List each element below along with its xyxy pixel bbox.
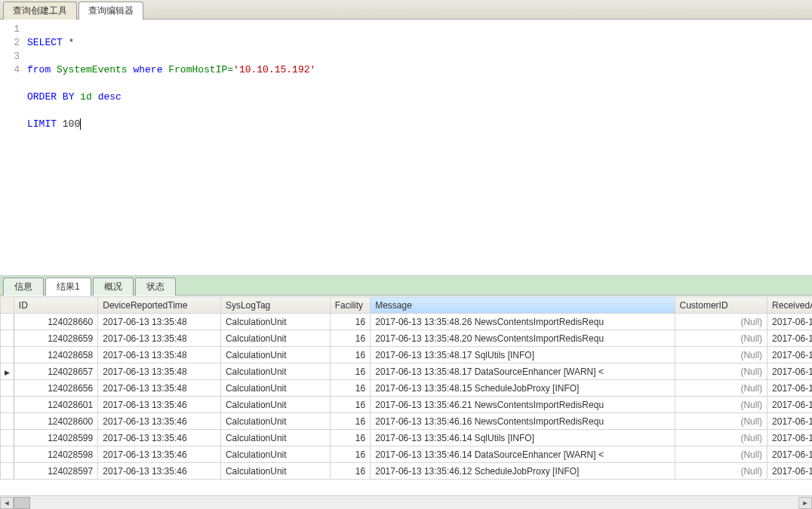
row-header[interactable] (1, 363, 14, 380)
table-row[interactable]: 1240286602017-06-13 13:35:48CalculationU… (1, 314, 813, 330)
cell-syslogtag[interactable]: CalculationUnit (220, 397, 330, 413)
cell-message[interactable]: 2017-06-13 13:35:48.17 SqlUtils [INFO] (371, 347, 675, 363)
cell-facility[interactable]: 16 (330, 446, 370, 463)
col-header-devicereportedtime[interactable]: DeviceReportedTime (98, 297, 221, 314)
table-row[interactable]: 1240286592017-06-13 13:35:48CalculationU… (1, 330, 813, 347)
cell-id[interactable]: 124028597 (14, 463, 97, 480)
cell-customerid[interactable]: (Null) (675, 363, 767, 380)
cell-devicereportedtime[interactable]: 2017-06-13 13:35:48 (98, 347, 221, 363)
cell-devicereportedtime[interactable]: 2017-06-13 13:35:46 (98, 463, 221, 480)
row-header[interactable] (1, 446, 14, 463)
col-header-customerid[interactable]: CustomerID (675, 297, 767, 314)
cell-id[interactable]: 124028601 (14, 397, 97, 413)
cell-facility[interactable]: 16 (330, 363, 370, 380)
cell-facility[interactable]: 16 (330, 413, 370, 430)
cell-message[interactable]: 2017-06-13 13:35:48.17 DataSourceEnhance… (371, 363, 675, 380)
cell-devicereportedtime[interactable]: 2017-06-13 13:35:48 (98, 330, 221, 347)
cell-facility[interactable]: 16 (330, 347, 370, 363)
cell-message[interactable]: 2017-06-13 13:35:48.15 ScheduleJobProxy … (371, 380, 675, 397)
col-header-syslogtag[interactable]: SysLogTag (220, 297, 330, 314)
cell-customerid[interactable]: (Null) (675, 330, 767, 347)
cell-devicereportedtime[interactable]: 2017-06-13 13:35:48 (98, 380, 221, 397)
cell-customerid[interactable]: (Null) (675, 446, 767, 463)
scroll-right-button[interactable]: ► (798, 497, 812, 509)
cell-devicereportedtime[interactable]: 2017-06-13 13:35:46 (98, 446, 221, 463)
cell-message[interactable]: 2017-06-13 13:35:46.14 DataSourceEnhance… (371, 446, 675, 463)
cell-customerid[interactable]: (Null) (675, 430, 767, 446)
cell-syslogtag[interactable]: CalculationUnit (220, 430, 330, 446)
cell-devicereportedtime[interactable]: 2017-06-13 13:35:46 (98, 413, 221, 430)
horizontal-scrollbar[interactable]: ◄ ► (0, 495, 812, 509)
row-header[interactable] (1, 413, 14, 430)
table-row[interactable]: 1240286572017-06-13 13:35:48CalculationU… (1, 363, 813, 380)
table-row[interactable]: 1240286002017-06-13 13:35:46CalculationU… (1, 413, 813, 430)
cell-facility[interactable]: 16 (330, 380, 370, 397)
scroll-track[interactable] (14, 497, 798, 509)
col-header-receivedat[interactable]: ReceivedAt (767, 297, 812, 314)
cell-message[interactable]: 2017-06-13 13:35:46.14 SqlUtils [INFO] (371, 430, 675, 446)
sql-code[interactable]: SELECT * from SystemEvents where FromHos… (27, 20, 315, 275)
table-row[interactable]: 1240285982017-06-13 13:35:46CalculationU… (1, 446, 813, 463)
cell-syslogtag[interactable]: CalculationUnit (220, 347, 330, 363)
cell-customerid[interactable]: (Null) (675, 413, 767, 430)
cell-receivedat[interactable]: 2017-06-13 13:35:46 (767, 463, 812, 480)
cell-syslogtag[interactable]: CalculationUnit (220, 363, 330, 380)
table-row[interactable]: 1240286012017-06-13 13:35:46CalculationU… (1, 397, 813, 413)
row-header[interactable] (1, 314, 14, 330)
row-header[interactable] (1, 347, 14, 363)
cell-syslogtag[interactable]: CalculationUnit (220, 463, 330, 480)
row-header[interactable] (1, 380, 14, 397)
cell-customerid[interactable]: (Null) (675, 380, 767, 397)
row-header[interactable] (1, 463, 14, 480)
cell-customerid[interactable]: (Null) (675, 314, 767, 330)
cell-receivedat[interactable]: 2017-06-13 13:35:46 (767, 397, 812, 413)
cell-syslogtag[interactable]: CalculationUnit (220, 413, 330, 430)
cell-receivedat[interactable]: 2017-06-13 13:35:48 (767, 314, 812, 330)
table-row[interactable]: 1240285972017-06-13 13:35:46CalculationU… (1, 463, 813, 480)
cell-syslogtag[interactable]: CalculationUnit (220, 380, 330, 397)
cell-id[interactable]: 124028656 (14, 380, 97, 397)
cell-facility[interactable]: 16 (330, 397, 370, 413)
scroll-left-button[interactable]: ◄ (0, 497, 14, 509)
cell-facility[interactable]: 16 (330, 314, 370, 330)
cell-message[interactable]: 2017-06-13 13:35:46.12 ScheduleJobProxy … (371, 463, 675, 480)
cell-syslogtag[interactable]: CalculationUnit (220, 446, 330, 463)
cell-id[interactable]: 124028599 (14, 430, 97, 446)
row-header[interactable] (1, 330, 14, 347)
tab-query-editor[interactable]: 查询编辑器 (78, 2, 143, 20)
tab-query-creator[interactable]: 查询创建工具 (3, 2, 77, 20)
row-header[interactable] (1, 397, 14, 413)
cell-message[interactable]: 2017-06-13 13:35:48.26 NewsContentsImpor… (371, 314, 675, 330)
cell-receivedat[interactable]: 2017-06-13 13:35:48 (767, 363, 812, 380)
cell-id[interactable]: 124028600 (14, 413, 97, 430)
scroll-thumb[interactable] (14, 497, 30, 509)
cell-receivedat[interactable]: 2017-06-13 13:35:48 (767, 347, 812, 363)
cell-message[interactable]: 2017-06-13 13:35:46.21 NewsContentsImpor… (371, 397, 675, 413)
table-row[interactable]: 1240285992017-06-13 13:35:46CalculationU… (1, 430, 813, 446)
cell-facility[interactable]: 16 (330, 330, 370, 347)
cell-devicereportedtime[interactable]: 2017-06-13 13:35:46 (98, 397, 221, 413)
cell-message[interactable]: 2017-06-13 13:35:48.20 NewsContentsImpor… (371, 330, 675, 347)
cell-id[interactable]: 124028658 (14, 347, 97, 363)
tab-profile[interactable]: 概况 (93, 277, 134, 296)
results-grid[interactable]: ID DeviceReportedTime SysLogTag Facility… (0, 296, 812, 495)
row-header-corner[interactable] (1, 297, 14, 314)
cell-receivedat[interactable]: 2017-06-13 13:35:48 (767, 380, 812, 397)
cell-customerid[interactable]: (Null) (675, 463, 767, 480)
cell-receivedat[interactable]: 2017-06-13 13:35:46 (767, 413, 812, 430)
tab-result1[interactable]: 结果1 (45, 277, 91, 296)
cell-receivedat[interactable]: 2017-06-13 13:35:46 (767, 430, 812, 446)
cell-id[interactable]: 124028660 (14, 314, 97, 330)
col-header-facility[interactable]: Facility (330, 297, 370, 314)
cell-devicereportedtime[interactable]: 2017-06-13 13:35:46 (98, 430, 221, 446)
tab-info[interactable]: 信息 (3, 277, 44, 296)
cell-message[interactable]: 2017-06-13 13:35:46.16 NewsContentsImpor… (371, 413, 675, 430)
table-row[interactable]: 1240286582017-06-13 13:35:48CalculationU… (1, 347, 813, 363)
cell-customerid[interactable]: (Null) (675, 397, 767, 413)
cell-facility[interactable]: 16 (330, 430, 370, 446)
cell-customerid[interactable]: (Null) (675, 347, 767, 363)
row-header[interactable] (1, 430, 14, 446)
cell-syslogtag[interactable]: CalculationUnit (220, 330, 330, 347)
cell-id[interactable]: 124028659 (14, 330, 97, 347)
cell-devicereportedtime[interactable]: 2017-06-13 13:35:48 (98, 314, 221, 330)
